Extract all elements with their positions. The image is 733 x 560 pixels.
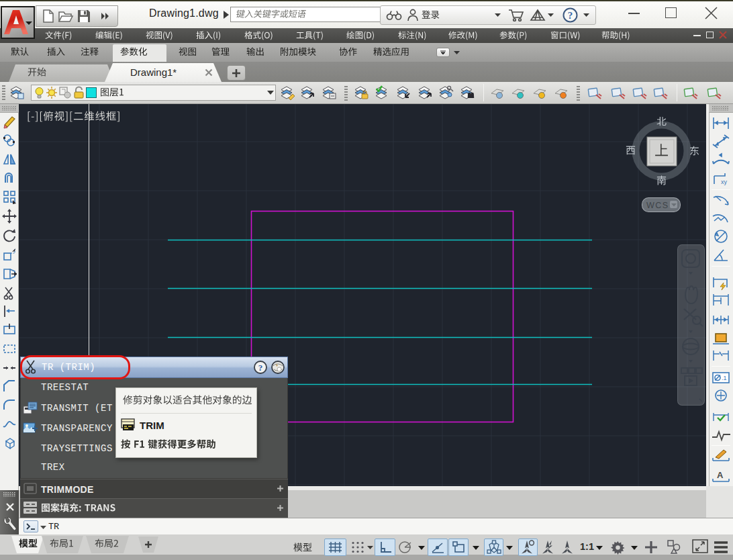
svg-text:.1: .1 xyxy=(722,375,727,381)
svg-text:?: ? xyxy=(568,10,573,21)
svg-text:xy: xy xyxy=(721,179,728,185)
svg-text:A: A xyxy=(717,470,724,480)
svg-text:?: ? xyxy=(258,363,263,373)
